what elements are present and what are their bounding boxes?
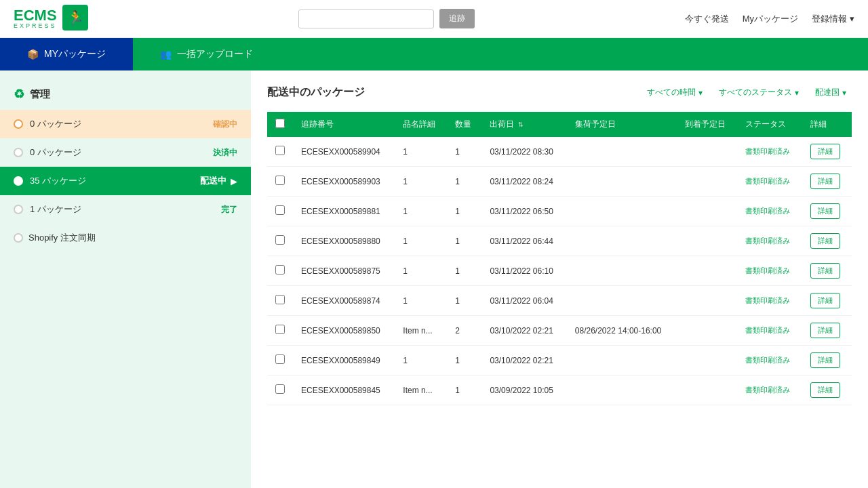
cell-status-1: 書類印刷済み	[737, 167, 802, 197]
nav-registration[interactable]: 登録情報 ▾	[812, 13, 854, 25]
svg-text:🏃: 🏃	[66, 9, 83, 26]
row-checkbox-7[interactable]	[275, 354, 285, 364]
row-checkbox-6[interactable]	[275, 325, 285, 334]
filter-country[interactable]: 配達国 ▾	[810, 84, 852, 101]
sidebar-dot-delivering	[14, 176, 23, 186]
cell-checkbox-7[interactable]	[267, 346, 293, 375]
cell-detail-4[interactable]: 詳細	[802, 256, 852, 286]
chevron-down-icon: ▾	[850, 14, 854, 24]
cell-item-7: 1	[395, 346, 447, 375]
sidebar-title: ♻ 管理	[0, 81, 251, 110]
nav-my-package[interactable]: Myパッケージ	[743, 13, 798, 25]
detail-button-6[interactable]: 詳細	[810, 323, 840, 338]
cell-shipdate-4: 03/11/2022 06:10	[481, 256, 566, 286]
cell-item-4: 1	[395, 256, 447, 286]
cell-status-3: 書類印刷済み	[737, 226, 802, 256]
cell-status-2: 書類印刷済み	[737, 197, 802, 226]
cell-tracking-7: ECESEXX000589849	[293, 346, 395, 375]
track-button[interactable]: 追跡	[439, 9, 475, 28]
filter-status[interactable]: すべてのステータス ▾	[713, 84, 804, 101]
row-checkbox-0[interactable]	[275, 146, 285, 155]
cell-tracking-8: ECESEXX000589845	[293, 375, 395, 405]
cell-tracking-3: ECESEXX000589880	[293, 226, 395, 256]
cell-status-4: 書類印刷済み	[737, 256, 802, 286]
sidebar-item-shopify[interactable]: Shopify 注文同期	[0, 224, 251, 252]
table-row: ECESEXX000589849 1 1 03/10/2022 02:21 書類…	[267, 346, 852, 375]
cell-checkbox-8[interactable]	[267, 375, 293, 405]
tab-bulk-upload[interactable]: 👥 一括アップロード	[133, 38, 280, 70]
detail-button-7[interactable]: 詳細	[810, 352, 840, 368]
row-checkbox-4[interactable]	[275, 265, 285, 274]
cell-detail-8[interactable]: 詳細	[802, 375, 852, 405]
search-input[interactable]	[298, 9, 434, 28]
cell-detail-7[interactable]: 詳細	[802, 346, 852, 375]
cell-checkbox-3[interactable]	[267, 226, 293, 256]
cell-checkbox-4[interactable]	[267, 256, 293, 286]
th-arrival: 到着予定日	[677, 112, 738, 137]
cell-checkbox-2[interactable]	[267, 197, 293, 226]
cell-pickup-5	[567, 286, 677, 316]
packages-table: 追跡番号 品名詳細 数量 出荷日 ⇅ 集荷予定日 到着予定日 ステータス 詳細 …	[267, 112, 852, 405]
cell-arrival-6	[677, 316, 738, 346]
filter-group: すべての時間 ▾ すべてのステータス ▾ 配達国 ▾	[642, 84, 852, 101]
row-checkbox-5[interactable]	[275, 295, 285, 304]
cell-arrival-3	[677, 226, 738, 256]
tab-my-package[interactable]: 📦 MYパッケージ	[0, 38, 133, 70]
detail-button-0[interactable]: 詳細	[810, 144, 840, 159]
cell-detail-3[interactable]: 詳細	[802, 226, 852, 256]
sidebar-item-confirming[interactable]: 0 パッケージ 確認中	[0, 110, 251, 138]
cell-pickup-4	[567, 256, 677, 286]
cell-tracking-1: ECESEXX000589903	[293, 167, 395, 197]
detail-button-5[interactable]: 詳細	[810, 293, 840, 308]
row-checkbox-3[interactable]	[275, 235, 285, 245]
cell-tracking-6: ECESEXX000589850	[293, 316, 395, 346]
cell-shipdate-8: 03/09/2022 10:05	[481, 375, 566, 405]
row-checkbox-2[interactable]	[275, 205, 285, 215]
sidebar-item-delivering[interactable]: 35 パッケージ 配送中 ▶	[0, 167, 251, 195]
cell-qty-7: 1	[447, 346, 481, 375]
table-row: ECESEXX000589880 1 1 03/11/2022 06:44 書類…	[267, 226, 852, 256]
sidebar-item-payment[interactable]: 0 パッケージ 決済中	[0, 138, 251, 167]
th-shipdate[interactable]: 出荷日 ⇅	[481, 112, 566, 137]
tab-my-package-label: MYパッケージ	[44, 48, 106, 60]
cell-pickup-2	[567, 197, 677, 226]
detail-button-1[interactable]: 詳細	[810, 174, 840, 189]
detail-button-4[interactable]: 詳細	[810, 263, 840, 279]
cell-checkbox-0[interactable]	[267, 137, 293, 167]
package-icon: 📦	[27, 49, 39, 60]
sidebar-label-confirming: 0 パッケージ	[30, 118, 81, 130]
th-detail: 詳細	[802, 112, 852, 137]
filter-time[interactable]: すべての時間 ▾	[642, 84, 708, 101]
th-select-all[interactable]	[267, 112, 293, 137]
sidebar-label-delivering: 35 パッケージ	[30, 175, 86, 187]
header: ECMS EXPRESS 🏃 追跡 今すぐ発送 Myパッケージ 登録情報 ▾	[0, 0, 868, 38]
cell-detail-1[interactable]: 詳細	[802, 167, 852, 197]
cell-checkbox-5[interactable]	[267, 286, 293, 316]
select-all-checkbox[interactable]	[275, 119, 285, 128]
detail-button-3[interactable]: 詳細	[810, 233, 840, 249]
row-checkbox-1[interactable]	[275, 176, 285, 185]
detail-button-8[interactable]: 詳細	[810, 382, 840, 398]
nav-send-now[interactable]: 今すぐ発送	[685, 13, 729, 25]
cell-pickup-1	[567, 167, 677, 197]
detail-button-2[interactable]: 詳細	[810, 203, 840, 219]
table-header-row: 追跡番号 品名詳細 数量 出荷日 ⇅ 集荷予定日 到着予定日 ステータス 詳細	[267, 112, 852, 137]
cell-checkbox-6[interactable]	[267, 316, 293, 346]
cell-detail-5[interactable]: 詳細	[802, 286, 852, 316]
th-status: ステータス	[737, 112, 802, 137]
logo-express: EXPRESS	[14, 23, 57, 29]
cell-item-5: 1	[395, 286, 447, 316]
cell-detail-6[interactable]: 詳細	[802, 316, 852, 346]
sidebar-status-payment: 決済中	[213, 147, 237, 159]
cell-detail-0[interactable]: 詳細	[802, 137, 852, 167]
table-row: ECESEXX000589904 1 1 03/11/2022 08:30 書類…	[267, 137, 852, 167]
logo-ecms: ECMS	[14, 8, 57, 23]
row-checkbox-8[interactable]	[275, 384, 285, 394]
sidebar-item-completed[interactable]: 1 パッケージ 完了	[0, 195, 251, 224]
cell-tracking-5: ECESEXX000589874	[293, 286, 395, 316]
table-row: ECESEXX000589875 1 1 03/11/2022 06:10 書類…	[267, 256, 852, 286]
sidebar-label-completed: 1 パッケージ	[30, 203, 81, 216]
cell-checkbox-1[interactable]	[267, 167, 293, 197]
main-layout: ♻ 管理 0 パッケージ 確認中 0 パッケージ 決済中 35 パッケージ	[0, 70, 868, 488]
cell-detail-2[interactable]: 詳細	[802, 197, 852, 226]
